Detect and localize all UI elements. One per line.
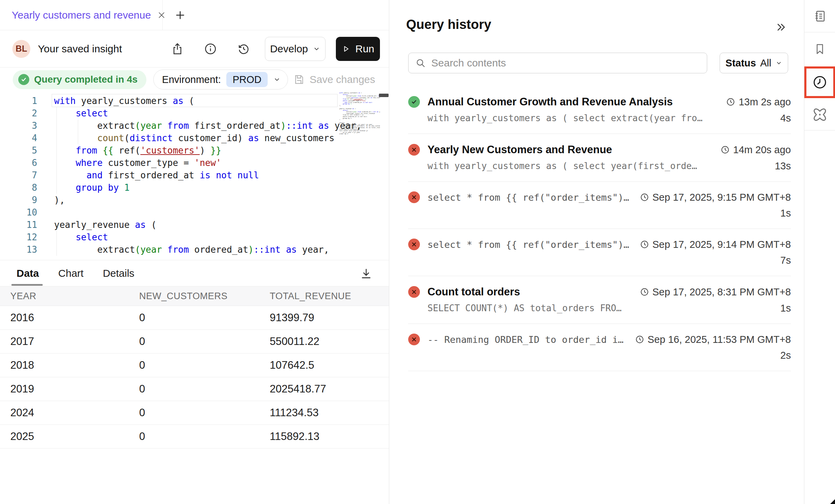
- table-cell: 2024: [10, 407, 139, 419]
- status-filter-value: All: [760, 57, 771, 69]
- new-tab-button[interactable]: [174, 9, 186, 21]
- table-cell: 550011.22: [270, 335, 389, 348]
- history-item-time: Sep 17, 2025, 9:14 PM GMT+8: [652, 239, 791, 250]
- table-cell: 111234.53: [270, 407, 389, 419]
- history-item-time: 13m 2s ago: [739, 96, 791, 108]
- editor-minimap[interactable]: with yearly_customers as ( select extrac…: [339, 92, 380, 154]
- table-cell: 2017: [10, 335, 139, 348]
- column-header-new-customers: NEW_CUSTOMERS: [139, 291, 270, 302]
- table-row: 20250115892.13: [0, 425, 389, 449]
- history-item-duration: 4s: [780, 113, 791, 124]
- table-cell: 2025418.77: [270, 383, 389, 395]
- status-icon: [408, 334, 420, 345]
- history-item-title: Count total orders: [427, 286, 633, 298]
- clock-icon: [726, 97, 735, 106]
- develop-button[interactable]: Develop: [265, 37, 326, 61]
- table-cell: 2025: [10, 430, 139, 443]
- save-changes-label: Save changes: [310, 74, 375, 85]
- editor-panel: Yearly customers and revenue BL Your sav…: [0, 0, 389, 504]
- status-icon: [408, 286, 420, 298]
- sql-code-editor[interactable]: 1with yearly_customers as (2 select3 ext…: [0, 92, 389, 260]
- panel-title: Query history: [406, 17, 491, 32]
- minimap-content: with yearly_customers as ( select extrac…: [339, 92, 380, 135]
- history-item-duration: 1s: [780, 208, 791, 219]
- clock-icon: [640, 287, 649, 296]
- develop-button-label: Develop: [270, 43, 308, 55]
- results-section: Data Chart Details YEAR NEW_CUSTOMERS TO…: [0, 260, 389, 504]
- history-item[interactable]: -- Renaming ORDER_ID to order_id i… Sep …: [408, 324, 791, 371]
- search-box: [408, 53, 707, 73]
- table-row: 2016091399.79: [0, 306, 389, 330]
- tab-details[interactable]: Details: [103, 267, 134, 279]
- history-item[interactable]: select * from {{ ref("order_items")… Sep…: [408, 229, 791, 276]
- tab-bar: Yearly customers and revenue: [0, 0, 389, 30]
- editor-scrollbar-thumb[interactable]: [379, 94, 389, 97]
- history-list: Annual Customer Growth and Revenue Analy…: [408, 86, 791, 371]
- status-icon: [408, 191, 420, 203]
- active-tab-indicator: [11, 284, 43, 286]
- history-item-title: -- Renaming ORDER_ID to order_id i…: [427, 334, 628, 345]
- download-icon[interactable]: [360, 267, 373, 280]
- clock-icon: [640, 240, 649, 249]
- run-button[interactable]: Run: [336, 37, 380, 61]
- code-lines: 1with yearly_customers as (2 select3 ext…: [0, 95, 389, 256]
- version-history-icon[interactable]: [237, 42, 250, 56]
- search-icon: [415, 58, 426, 68]
- environment-selector[interactable]: Environment: PROD: [153, 70, 288, 90]
- close-tab-icon[interactable]: [157, 11, 166, 20]
- clock-icon: [812, 74, 828, 90]
- history-item-title: Yearly New Customers and Revenue: [427, 144, 714, 156]
- right-icon-rail: [804, 0, 835, 504]
- table-cell: 0: [139, 359, 270, 371]
- table-row: 20180107642.5: [0, 354, 389, 377]
- results-table-header: YEAR NEW_CUSTOMERS TOTAL_REVENUE: [0, 286, 389, 306]
- status-filter-dropdown[interactable]: Status All: [720, 53, 788, 73]
- tab-title: Yearly customers and revenue: [12, 9, 151, 21]
- run-button-label: Run: [355, 43, 374, 55]
- environment-label: Environment:: [162, 74, 221, 85]
- app-window: Yearly customers and revenue BL Your sav…: [0, 0, 835, 504]
- share-icon[interactable]: [171, 42, 184, 56]
- history-item[interactable]: Count total orders Sep 17, 2025, 8:31 PM…: [408, 276, 791, 324]
- tab-data[interactable]: Data: [17, 267, 39, 279]
- info-icon[interactable]: [204, 42, 217, 56]
- history-item-time: Sep 17, 2025, 8:31 PM GMT+8: [652, 286, 791, 298]
- history-item-time: Sep 17, 2025, 9:15 PM GMT+8: [652, 192, 791, 203]
- table-row: 201902025418.77: [0, 377, 389, 401]
- insight-toolbar: BL Your saved insight Develop Run: [0, 30, 389, 67]
- history-item[interactable]: Yearly New Customers and Revenue 14m 20s…: [408, 134, 791, 182]
- notebook-icon[interactable]: [804, 9, 835, 23]
- history-item[interactable]: Annual Customer Growth and Revenue Analy…: [408, 86, 791, 134]
- history-item[interactable]: select * from {{ ref("order_items")… Sep…: [408, 182, 791, 229]
- toolbar-icon-group: [171, 42, 250, 56]
- save-icon: [293, 74, 305, 85]
- table-row: 20170550011.22: [0, 330, 389, 354]
- search-input[interactable]: [431, 57, 700, 69]
- collapse-panel-icon[interactable]: [775, 21, 787, 33]
- query-history-icon-active[interactable]: [804, 66, 835, 98]
- tab-chart[interactable]: Chart: [58, 267, 83, 279]
- table-cell: 2016: [10, 312, 139, 324]
- history-item-snippet: SELECT COUNT(*) AS total_orders FRO…: [427, 303, 780, 313]
- status-icon: [408, 239, 420, 250]
- bookmark-icon[interactable]: [804, 42, 835, 56]
- history-item-title: select * from {{ ref("order_items")…: [427, 192, 633, 203]
- tab-yearly-customers-and-revenue[interactable]: Yearly customers and revenue: [0, 0, 163, 30]
- clock-icon: [640, 193, 649, 202]
- save-changes-button[interactable]: Save changes: [293, 74, 375, 85]
- status-bar: Query completed in 4s Environment: PROD …: [0, 67, 389, 92]
- status-icon: [408, 144, 420, 156]
- resize-corner: [830, 499, 835, 504]
- play-icon: [341, 44, 350, 53]
- query-history-panel: Query history Status All Annual Customer…: [390, 0, 804, 504]
- check-circle-icon: [18, 74, 29, 85]
- dbt-lineage-icon[interactable]: [804, 107, 835, 122]
- history-item-duration: 2s: [780, 350, 791, 361]
- table-cell: 2019: [10, 383, 139, 395]
- insight-title: Your saved insight: [38, 43, 122, 55]
- table-cell: 0: [139, 335, 270, 348]
- history-item-time: 14m 20s ago: [733, 144, 791, 156]
- history-item-title: Annual Customer Growth and Revenue Analy…: [427, 96, 719, 108]
- history-item-snippet: with yearly_customers as ( select extrac…: [427, 113, 780, 123]
- rail-divider: [804, 130, 835, 130]
